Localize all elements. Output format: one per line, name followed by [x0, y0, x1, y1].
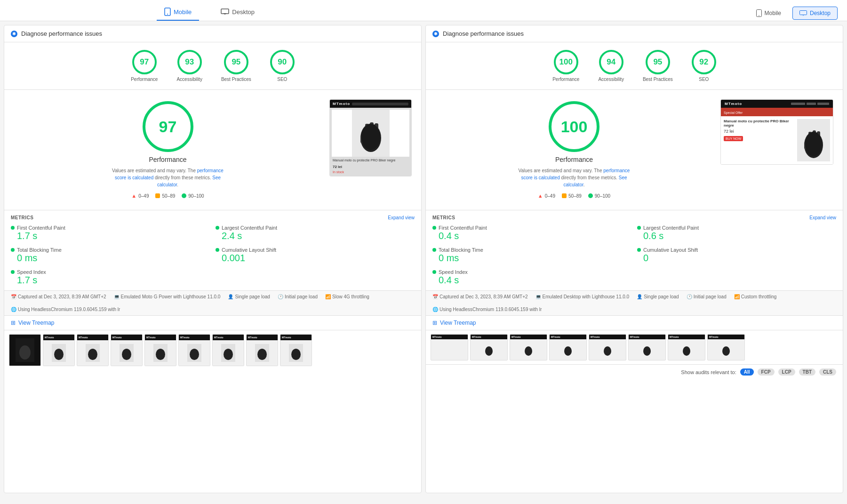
- calendar-icon: 📅: [11, 294, 16, 299]
- svg-rect-7: [799, 11, 807, 15]
- svg-point-22: [88, 349, 97, 360]
- svg-point-47: [683, 346, 690, 356]
- metric-tbt-mobile: Total Blocking Time 0 ms: [11, 247, 210, 264]
- svg-point-43: [525, 346, 532, 356]
- metric-fcp-desktop: First Contentful Paint 0.4 s: [432, 225, 631, 241]
- badge-fcp[interactable]: FCP: [758, 368, 775, 376]
- desktop-metrics-section: METRICS Expand view First Contentful Pai…: [426, 210, 843, 291]
- tab-desktop-right[interactable]: Desktop: [792, 7, 838, 20]
- clock-icon: 🕐: [278, 294, 283, 299]
- clock-icon-desktop: 🕐: [687, 294, 692, 299]
- badge-lcp[interactable]: LCP: [778, 368, 795, 376]
- desktop-panel: ✱ Diagnose performance issues 100 Perfor…: [425, 25, 843, 493]
- globe-icon: 🌐: [11, 307, 16, 312]
- desktop-expand-link[interactable]: Expand view: [809, 215, 836, 220]
- desktop-treemap-link[interactable]: ⊞ View Treemap: [426, 316, 843, 330]
- dthumb-7: MTmoto: [707, 334, 745, 360]
- desktop-scores-row: 100 Performance 94 Accessibility 95 Best…: [426, 42, 843, 87]
- svg-point-45: [604, 346, 611, 356]
- calculator-link[interactable]: See calculator: [157, 175, 221, 187]
- thumb-3: MTmoto: [111, 334, 143, 366]
- dthumb-4: MTmoto: [589, 334, 626, 360]
- legend-green-icon-desktop: [588, 193, 593, 198]
- tab-desktop-left[interactable]: Desktop: [213, 4, 262, 21]
- svg-point-28: [190, 349, 199, 360]
- metric-lcp-desktop: Largest Contentful Paint 0.6 s: [637, 225, 836, 241]
- mobile-panel-title: Diagnose performance issues: [21, 30, 102, 37]
- mobile-big-circle: 97: [143, 101, 193, 152]
- user-icon-desktop: 👤: [637, 294, 642, 299]
- mobile-icon-right: [756, 9, 762, 17]
- svg-point-18: [19, 345, 31, 360]
- calculator-link-desktop[interactable]: See calculator: [563, 175, 627, 187]
- metric-fcp-mobile: First Contentful Paint 1.7 s: [11, 225, 210, 241]
- tab-mobile-left[interactable]: Mobile: [157, 4, 199, 21]
- svg-point-1: [167, 14, 168, 15]
- info-throttling-desktop: 📶 Custom throttling: [734, 294, 777, 299]
- desktop-tab-label-left: Desktop: [232, 8, 255, 16]
- svg-rect-2: [221, 9, 229, 14]
- desktop-metrics-title: METRICS: [432, 215, 455, 220]
- mobile-perf-section: 97 Performance Values are estimated and …: [4, 89, 421, 210]
- mobile-header-icon: ✱: [11, 31, 17, 37]
- dthumb-0: MTmoto: [431, 334, 468, 360]
- perf-score-link-desktop[interactable]: performance score is calculated: [521, 168, 630, 180]
- badge-cls[interactable]: CLS: [819, 368, 836, 376]
- dthumb-6: MTmoto: [668, 334, 705, 360]
- globe-icon-desktop: 🌐: [432, 307, 438, 312]
- mobile-perf-desc: Values are estimated and may vary. The p…: [107, 167, 229, 188]
- score-label-bestpractices: Best Practices: [221, 77, 251, 82]
- desktop-perf-label: Performance: [555, 156, 593, 163]
- svg-point-46: [643, 346, 651, 356]
- mobile-treemap-link[interactable]: ⊞ View Treemap: [4, 316, 421, 330]
- score-circle-seo-desktop: 92: [692, 50, 716, 74]
- desktop-perf-desc: Values are estimated and may vary. The p…: [513, 167, 635, 188]
- desktop-icon-left: [221, 8, 229, 15]
- treemap-icon-mobile: ⊞: [11, 320, 16, 326]
- dthumb-1: MTmoto: [470, 334, 508, 360]
- desktop-panel-header: ✱ Diagnose performance issues: [426, 25, 843, 42]
- thumb-1: MTmoto: [43, 334, 75, 366]
- score-circle-accessibility-desktop: 94: [599, 50, 623, 74]
- mobile-perf-label: Performance: [149, 156, 186, 163]
- legend-red: ▲ 0–49: [131, 193, 149, 199]
- mobile-expand-link[interactable]: Expand view: [388, 215, 415, 220]
- legend-red-icon: ▲: [131, 193, 136, 199]
- legend-red-icon-desktop: ▲: [538, 193, 543, 199]
- desktop-panel-title: Diagnose performance issues: [443, 30, 524, 37]
- score-bestpractices-desktop: 95 Best Practices: [643, 50, 673, 82]
- metric-tbt-desktop: Total Blocking Time 0 ms: [432, 247, 631, 264]
- mobile-icon: [164, 8, 171, 16]
- dthumb-2: MTmoto: [510, 334, 547, 360]
- user-icon: 👤: [228, 294, 233, 299]
- treemap-icon-desktop: ⊞: [432, 320, 437, 326]
- svg-point-16: [361, 124, 380, 150]
- desktop-icon-right: [799, 10, 807, 16]
- thumb-6: MTmoto: [212, 334, 244, 366]
- info-capture-date: 📅 Captured at Dec 3, 2023, 8:39 AM GMT+2: [11, 294, 106, 299]
- calendar-icon-desktop: 📅: [432, 294, 438, 299]
- desktop-screenshot: MTmoto Special Offer Manual moto cu prot…: [720, 99, 833, 165]
- score-label-accessibility: Accessibility: [176, 77, 202, 82]
- badge-tbt[interactable]: TBT: [799, 368, 815, 376]
- svg-point-42: [485, 346, 493, 356]
- signal-icon-desktop: 📶: [734, 294, 740, 299]
- legend-green-icon: [182, 193, 186, 198]
- info-initial-load: 🕐 Initial page load: [278, 294, 318, 299]
- legend-red-desktop: ▲ 0–49: [538, 193, 555, 199]
- score-label-bestpractices-desktop: Best Practices: [643, 77, 673, 82]
- metric-cls-desktop: Cumulative Layout Shift 0: [637, 247, 836, 264]
- metric-cls-mobile: Cumulative Layout Shift 0.001: [216, 247, 415, 264]
- desktop-info-bar: 📅 Captured at Dec 3, 2023, 8:39 AM GMT+2…: [426, 291, 843, 316]
- perf-score-link[interactable]: performance score is calculated: [115, 168, 224, 180]
- score-circle-bestpractices: 95: [224, 50, 248, 74]
- info-initial-load-desktop: 🕐 Initial page load: [687, 294, 727, 299]
- tab-mobile-right[interactable]: Mobile: [750, 7, 788, 20]
- desktop-legend: ▲ 0–49 50–89 90–100: [538, 193, 610, 199]
- score-performance-mobile: 97 Performance: [131, 50, 158, 82]
- legend-orange: 50–89: [155, 193, 175, 199]
- badge-all[interactable]: All: [740, 368, 754, 376]
- mobile-legend: ▲ 0–49 50–89 90–100: [131, 193, 204, 199]
- svg-point-26: [156, 349, 165, 360]
- thumb-0: [9, 334, 41, 366]
